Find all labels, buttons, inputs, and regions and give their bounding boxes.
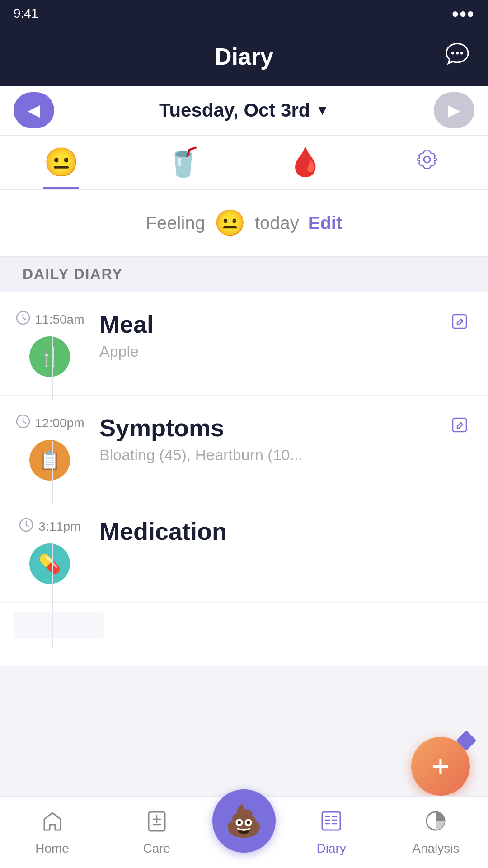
svg-point-1 [456, 52, 459, 55]
clock-icon-meal [15, 310, 31, 329]
current-date[interactable]: Tuesday, Oct 3rd ▼ [159, 99, 329, 121]
svg-rect-10 [453, 418, 466, 432]
tab-blood[interactable]: 🩸 [244, 136, 366, 189]
status-time: 9:41 [14, 6, 38, 21]
meal-content: Meal Apple [86, 310, 470, 360]
diary-nav-label: Diary [316, 841, 346, 856]
next-date-button[interactable]: ▶ [434, 92, 474, 128]
nav-item-home[interactable]: Home [4, 809, 101, 856]
tab-settings[interactable] [366, 136, 488, 189]
diary-entry-meal: 11:50am 🍴 Meal Apple [0, 292, 488, 396]
blood-icon: 🩸 [288, 146, 323, 179]
svg-point-0 [451, 52, 454, 55]
analysis-icon [424, 809, 447, 838]
date-navigation: ◀ Tuesday, Oct 3rd ▼ ▶ [0, 86, 488, 136]
feeling-label: Feeling [146, 213, 205, 233]
page-title: Diary [215, 43, 273, 70]
diary-entry-medication: 3:11pm 💊 Medication [0, 499, 488, 603]
bottom-navigation: Home Care 💩 Diary Analysis [0, 796, 488, 868]
feeling-emoji-icon: 😐 [44, 146, 79, 179]
status-indicators: ●●● [451, 6, 474, 21]
feeling-emoji: 😐 [214, 208, 246, 238]
symptoms-time: 12:00pm [35, 416, 84, 430]
nav-center-poop-button[interactable]: 💩 [212, 789, 276, 853]
add-entry-button[interactable]: + [411, 737, 470, 796]
tab-water[interactable]: 🥤 [122, 136, 244, 189]
daily-diary-section-header: DAILY DIARY [0, 257, 488, 292]
svg-line-5 [23, 318, 26, 320]
feeling-today: today [255, 213, 299, 233]
water-icon: 🥤 [166, 146, 201, 179]
symptoms-content: Symptoms Bloating (45), Heartburn (10... [86, 414, 470, 464]
category-tabs: 😐 🥤 🩸 [0, 136, 488, 190]
care-nav-label: Care [143, 841, 170, 856]
meal-time: 11:50am [35, 312, 84, 327]
symptoms-edit-icon[interactable] [450, 415, 470, 440]
clock-icon-medication [19, 517, 34, 536]
entry-connector-meal [52, 337, 53, 400]
poop-icon: 💩 [225, 803, 263, 839]
home-nav-label: Home [35, 841, 69, 856]
symptoms-time-col: 12:00pm 📋 [14, 414, 86, 481]
medication-time: 3:11pm [38, 519, 80, 534]
care-icon [145, 809, 169, 838]
meal-time-col: 11:50am 🍴 [14, 310, 86, 377]
medication-time-col: 3:11pm 💊 [14, 517, 86, 584]
fab-plus-icon: + [432, 750, 450, 782]
svg-point-2 [460, 52, 463, 55]
entry-connector-symptoms [52, 441, 53, 503]
prev-date-button[interactable]: ◀ [14, 92, 54, 128]
svg-rect-18 [322, 812, 340, 830]
feeling-edit-button[interactable]: Edit [308, 213, 343, 233]
symptoms-title: Symptoms [99, 414, 470, 442]
medication-content: Medication [86, 517, 470, 550]
feeling-section: Feeling 😐 today Edit [0, 190, 488, 257]
gear-icon [414, 147, 440, 178]
nav-item-analysis[interactable]: Analysis [387, 809, 484, 856]
meal-edit-icon[interactable] [450, 312, 470, 336]
medication-icon: 💊 [29, 543, 70, 584]
symptoms-icon: 📋 [29, 440, 70, 481]
clock-icon-symptoms [15, 414, 31, 433]
tab-feeling[interactable]: 😐 [0, 136, 122, 189]
diary-icon [319, 809, 343, 838]
diary-entry-symptoms: 12:00pm 📋 Symptoms Bloating (45), Heartb… [0, 396, 488, 499]
partial-entry [0, 603, 488, 648]
meal-icon: 🍴 [29, 336, 70, 377]
nav-item-care[interactable]: Care [108, 809, 206, 856]
meal-subtitle: Apple [99, 343, 470, 360]
medication-title: Medication [99, 517, 470, 545]
nav-item-diary[interactable]: Diary [282, 809, 380, 856]
meal-title: Meal [99, 310, 470, 338]
diary-entries-list: 11:50am 🍴 Meal Apple 12:00pm 📋 [0, 292, 488, 666]
analysis-nav-label: Analysis [412, 841, 459, 856]
date-chevron: ▼ [315, 103, 329, 118]
svg-rect-6 [453, 315, 466, 328]
header: Diary [0, 27, 488, 86]
svg-line-9 [23, 421, 26, 423]
chat-icon[interactable] [445, 42, 470, 71]
status-bar: 9:41 ●●● [0, 0, 488, 27]
svg-line-13 [26, 525, 29, 527]
home-icon [41, 809, 64, 838]
symptoms-subtitle: Bloating (45), Heartburn (10... [99, 446, 470, 464]
